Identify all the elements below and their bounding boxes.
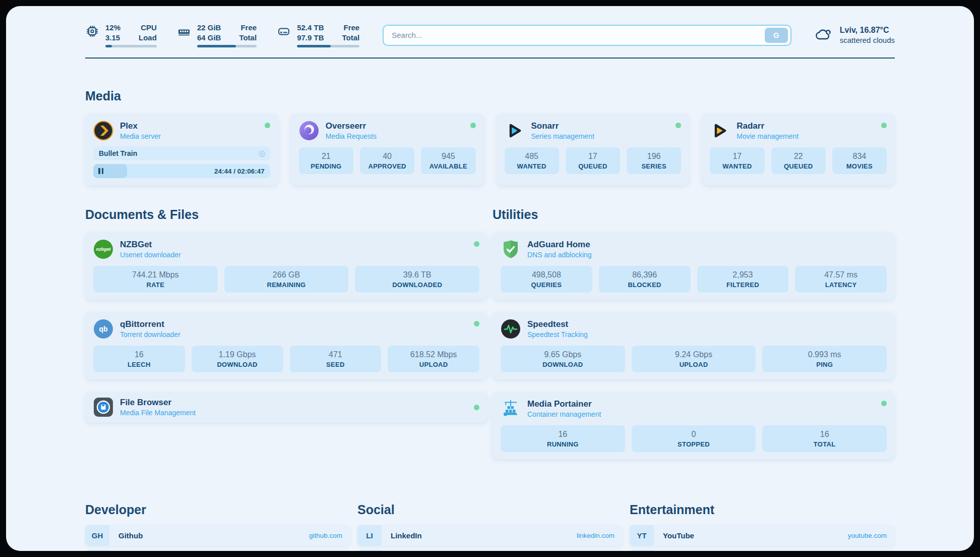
app-card-sonarr[interactable]: Sonarr Series management 485WANTED 17QUE… (497, 114, 690, 185)
app-card-filebrowser[interactable]: File Browser Media File Management (85, 392, 487, 423)
app-card-plex[interactable]: Plex Media server Bullet Train ◎ 24:44 /… (85, 114, 278, 185)
bookmark-youtube[interactable]: YT YouTube youtube.com (630, 525, 895, 546)
ram-widget: 22 GiB64 GiB FreeTotal (177, 23, 257, 47)
bookmark-abbr: NF (630, 550, 654, 551)
cpu-icon (85, 23, 99, 40)
section-title-developer: Developer (85, 503, 350, 517)
stat-pill: 17QUEUED (566, 147, 620, 174)
disk-progressbar (297, 45, 359, 47)
app-card-nzbget[interactable]: nzbget NZBGet Usenet downloader 744.21 M… (85, 232, 487, 300)
cloud-icon (814, 26, 834, 44)
bookmark-abbr: YT (630, 525, 654, 546)
status-dot (474, 241, 479, 247)
bookmark-github[interactable]: GH Github github.com (85, 525, 350, 546)
status-dot (470, 123, 476, 128)
section-title-social: Social (357, 503, 623, 517)
app-name: Sonarr (531, 121, 669, 131)
stat-pill: 0STOPPED (632, 425, 756, 452)
stat-pill: 2,953FILTERED (697, 266, 789, 293)
bookmark-url[interactable]: youtube.com (848, 532, 895, 539)
stat-pill: 744.21 MbpsRATE (93, 266, 218, 293)
nzbget-icon: nzbget (93, 239, 113, 259)
stat-pill: 16TOTAL (762, 425, 887, 452)
bookmark-abbr: SO (85, 550, 109, 551)
media-grid: Plex Media server Bullet Train ◎ 24:44 /… (85, 114, 895, 185)
bookmark-url[interactable]: github.com (309, 532, 350, 539)
bookmark-group-developer: Developer GH Github github.com SO StackO… (85, 503, 350, 551)
stat-pill: 471SEED (290, 346, 382, 372)
session-icon[interactable]: ◎ (259, 149, 266, 157)
stat-pill: 39.6 TBDOWNLOADED (355, 266, 479, 293)
bookmark-abbr: LI (357, 525, 382, 546)
system-stats: 12%3.15 CPULoad 22 (85, 23, 359, 47)
app-subtitle: Speedtest Tracking (527, 330, 887, 339)
app-name: Media Portainer (527, 399, 875, 409)
topbar: 12%3.15 CPULoad 22 (85, 6, 895, 47)
search-input[interactable] (385, 31, 765, 39)
svg-text:qb: qb (99, 325, 107, 333)
app-card-portainer[interactable]: Media Portainer Container management 16R… (493, 392, 895, 459)
weather-widget: Lviv, 16.87°C scattered clouds (814, 26, 895, 44)
section-title-utilities: Utilities (493, 207, 895, 222)
app-name: Radarr (737, 121, 875, 131)
stat-pill: 196SERIES (627, 147, 681, 174)
sonarr-icon (505, 121, 525, 141)
app-name: Plex (120, 121, 258, 131)
cpu-progressbar (105, 45, 157, 47)
playback-time: 24:44 / 02:06:47 (214, 168, 270, 175)
app-card-speedtest[interactable]: Speedtest Speedtest Tracking 9.65 GbpsDO… (493, 312, 895, 379)
app-name: AdGuard Home (527, 240, 887, 250)
search-provider-button[interactable]: G (765, 28, 788, 43)
section-title-documents: Documents & Files (85, 207, 487, 222)
stat-pill: 618.52 MbpsUPLOAD (388, 346, 479, 372)
disk-widget: 52.4 TB97.9 TB FreeTotal (277, 23, 359, 47)
app-name: Overseerr (326, 121, 464, 131)
bookmark-netflix[interactable]: NF Netflix netflix.com (630, 550, 895, 551)
stat-pill: 266 GBREMAINING (224, 266, 349, 293)
now-playing-progressbar[interactable]: 24:44 / 02:06:47 (93, 164, 270, 178)
search-bar[interactable]: G (383, 25, 791, 46)
status-dot (676, 123, 681, 128)
app-subtitle: Usenet downloader (120, 251, 467, 259)
disk-icon (277, 23, 291, 40)
app-subtitle: Container management (527, 410, 875, 418)
bookmark-twitter[interactable]: TW Twitter twitter.com (357, 550, 623, 551)
app-card-qbittorrent[interactable]: qb qBittorrent Torrent downloader 16LEEC… (85, 312, 487, 379)
bookmark-name: LinkedIn (391, 531, 422, 540)
status-dot (881, 401, 887, 406)
utilities-column: Utilities AdGuard Home DNS and adblockin… (493, 207, 895, 471)
stat-pill: 86,396BLOCKED (599, 266, 691, 293)
bookmark-abbr: GH (85, 525, 109, 546)
plex-icon (93, 121, 113, 141)
app-name: Speedtest (527, 319, 887, 329)
app-name: qBittorrent (120, 319, 467, 329)
disk-free: 52.4 TB (297, 23, 324, 33)
stat-pill: 9.24 GbpsUPLOAD (632, 346, 756, 372)
bookmark-stackoverflow[interactable]: SO StackOverflow stackoverflow.com (85, 550, 350, 551)
weather-condition: scattered clouds (840, 36, 895, 44)
app-card-radarr[interactable]: Radarr Movie management 17WANTED 22QUEUE… (702, 114, 895, 185)
stat-pill: 498,508QUERIES (501, 266, 592, 293)
status-dot (474, 321, 479, 326)
status-dot (881, 123, 887, 128)
stat-pill: 17WANTED (710, 147, 764, 174)
cpu-usage: 12% (105, 23, 120, 33)
adguard-icon (501, 239, 521, 259)
documents-column: Documents & Files nzbget NZBGet Usenet d… (85, 207, 487, 471)
ram-total: 64 GiB (197, 33, 221, 43)
svg-text:nzbget: nzbget (96, 247, 111, 252)
section-title-media: Media (85, 89, 895, 103)
bookmark-linkedin[interactable]: LI LinkedIn linkedin.com (357, 525, 623, 546)
qbittorrent-icon: qb (93, 319, 113, 339)
speedtest-icon (501, 319, 521, 339)
bookmark-url[interactable]: linkedin.com (577, 532, 623, 539)
app-card-adguard[interactable]: AdGuard Home DNS and adblocking 498,508Q… (493, 232, 895, 300)
app-card-overseerr[interactable]: Overseerr Media Requests 21PENDING 40APP… (291, 114, 484, 185)
cpu-widget: 12%3.15 CPULoad (85, 23, 157, 47)
app-name: NZBGet (120, 240, 467, 250)
bookmark-group-social: Social LI LinkedIn linkedin.com TW Twitt… (357, 503, 623, 551)
weather-location-temp: Lviv, 16.87°C (840, 26, 895, 35)
bookmark-name: YouTube (663, 531, 694, 540)
pause-icon[interactable] (98, 168, 103, 174)
portainer-icon (501, 399, 521, 419)
